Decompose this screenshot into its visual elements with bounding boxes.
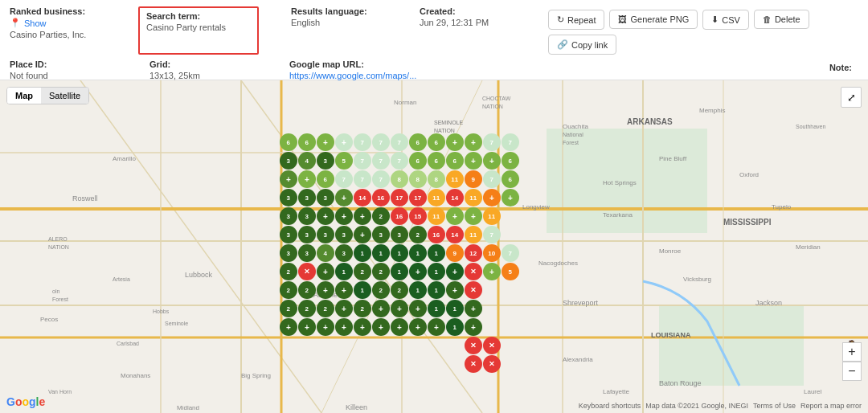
grid-cell[interactable]: 8 (409, 170, 427, 188)
grid-cell[interactable]: 3 (280, 189, 297, 206)
grid-cell[interactable]: 3 (391, 226, 408, 243)
grid-cell[interactable]: 3 (335, 244, 353, 262)
grid-cell[interactable]: 14 (446, 226, 464, 243)
grid-cell[interactable]: 3 (280, 226, 297, 243)
grid-cell[interactable] (317, 337, 334, 354)
grid-cell[interactable]: 2 (372, 263, 390, 280)
grid-cell[interactable]: + (428, 318, 445, 336)
grid-cell[interactable]: + (317, 133, 334, 151)
grid-cell[interactable]: 2 (298, 281, 316, 299)
grid-cell[interactable]: 7 (483, 170, 501, 188)
grid-cell[interactable]: 7 (391, 133, 408, 151)
zoom-in-button[interactable]: + (842, 342, 862, 362)
keyboard-shortcuts-link[interactable]: Keyboard shortcuts (579, 402, 641, 410)
grid-cell[interactable]: 11 (465, 226, 482, 243)
grid-cell[interactable]: 11 (483, 207, 501, 225)
csv-button[interactable]: ⬇ CSV (702, 10, 749, 30)
grid-cell[interactable]: 3 (298, 226, 316, 243)
grid-cell[interactable]: + (317, 207, 334, 225)
grid-cell[interactable]: ✕ (483, 355, 501, 373)
grid-cell[interactable]: 11 (428, 189, 445, 206)
grid-cell[interactable]: 7 (502, 133, 519, 151)
grid-cell[interactable]: 11 (465, 189, 482, 206)
grid-cell[interactable]: 2 (280, 281, 297, 299)
grid-cell[interactable] (391, 355, 408, 373)
grid-cell[interactable]: + (298, 318, 316, 336)
grid-cell[interactable]: + (483, 263, 501, 280)
grid-cell[interactable]: 1 (391, 244, 408, 262)
grid-cell[interactable]: 7 (372, 133, 390, 151)
grid-cell[interactable]: 1 (391, 263, 408, 280)
grid-cell[interactable]: 3 (317, 152, 334, 170)
grid-cell[interactable]: ✕ (465, 355, 482, 373)
grid-cell[interactable]: + (317, 318, 334, 336)
grid-cell[interactable]: 6 (409, 133, 427, 151)
grid-cell[interactable]: 3 (280, 244, 297, 262)
grid-cell[interactable] (428, 355, 445, 373)
grid-cell[interactable] (483, 300, 501, 317)
map-container[interactable]: Roswell Pecos Monahans Lubbock Midland O… (0, 80, 868, 413)
grid-cell[interactable]: 9 (465, 170, 482, 188)
grid-cell[interactable]: 7 (354, 133, 371, 151)
grid-cell[interactable]: + (354, 318, 371, 336)
grid-cell[interactable]: + (354, 226, 371, 243)
grid-cell[interactable]: 14 (354, 189, 371, 206)
grid-cell[interactable] (335, 337, 353, 354)
grid-cell[interactable]: + (317, 263, 334, 280)
grid-cell[interactable]: + (465, 152, 482, 170)
grid-cell[interactable]: 6 (280, 133, 297, 151)
grid-cell[interactable]: 2 (280, 300, 297, 317)
grid-cell[interactable]: + (446, 133, 464, 151)
grid-cell[interactable] (409, 337, 427, 354)
grid-cell[interactable]: + (298, 170, 316, 188)
grid-cell[interactable]: 16 (391, 207, 408, 225)
grid-cell[interactable]: 3 (298, 207, 316, 225)
grid-cell[interactable]: 1 (428, 300, 445, 317)
grid-cell[interactable]: 2 (317, 300, 334, 317)
grid-cell[interactable] (280, 337, 297, 354)
grid-cell[interactable]: 2 (372, 207, 390, 225)
grid-cell[interactable]: ✕ (465, 337, 482, 354)
grid-cell[interactable]: 4 (298, 152, 316, 170)
grid-cell[interactable]: 17 (391, 189, 408, 206)
grid-cell[interactable] (372, 355, 390, 373)
grid-cell[interactable]: 3 (372, 226, 390, 243)
grid-cell[interactable]: 2 (391, 281, 408, 299)
grid-cell[interactable] (502, 300, 519, 317)
grid-cell[interactable]: 6 (428, 133, 445, 151)
grid-cell[interactable] (502, 207, 519, 225)
grid-cell[interactable]: 1 (446, 318, 464, 336)
grid-cell[interactable] (502, 355, 519, 373)
terms-of-use-link[interactable]: Terms of Use (753, 402, 796, 410)
grid-cell[interactable] (483, 318, 501, 336)
grid-cell[interactable]: 3 (317, 226, 334, 243)
grid-cell[interactable]: + (446, 281, 464, 299)
grid-cell[interactable]: 16 (428, 226, 445, 243)
grid-cell[interactable]: + (317, 281, 334, 299)
grid-cell[interactable] (446, 355, 464, 373)
grid-cell[interactable]: 10 (483, 244, 501, 262)
grid-cell[interactable]: 5 (502, 263, 519, 280)
grid-cell[interactable]: 2 (372, 281, 390, 299)
grid-cell[interactable]: 1 (372, 244, 390, 262)
repeat-button[interactable]: ↻ Repeat (548, 10, 604, 30)
grid-cell[interactable]: 7 (502, 244, 519, 262)
grid-cell[interactable] (298, 355, 316, 373)
grid-cell[interactable] (446, 337, 464, 354)
grid-cell[interactable]: 3 (317, 189, 334, 206)
grid-cell[interactable]: 3 (298, 244, 316, 262)
grid-cell[interactable]: 11 (428, 207, 445, 225)
grid-cell[interactable]: 6 (446, 152, 464, 170)
grid-cell[interactable]: 7 (372, 152, 390, 170)
grid-cell[interactable] (391, 337, 408, 354)
grid-cell[interactable]: + (391, 300, 408, 317)
grid-cell[interactable]: + (372, 300, 390, 317)
grid-cell[interactable]: 1 (354, 281, 371, 299)
grid-cell[interactable]: 7 (354, 152, 371, 170)
grid-cell[interactable]: 16 (372, 189, 390, 206)
grid-cell[interactable]: 3 (335, 226, 353, 243)
grid-cell[interactable]: + (280, 170, 297, 188)
grid-cell[interactable]: 17 (409, 189, 427, 206)
grid-cell[interactable]: 7 (354, 170, 371, 188)
grid-cell[interactable]: ✕ (483, 337, 501, 354)
